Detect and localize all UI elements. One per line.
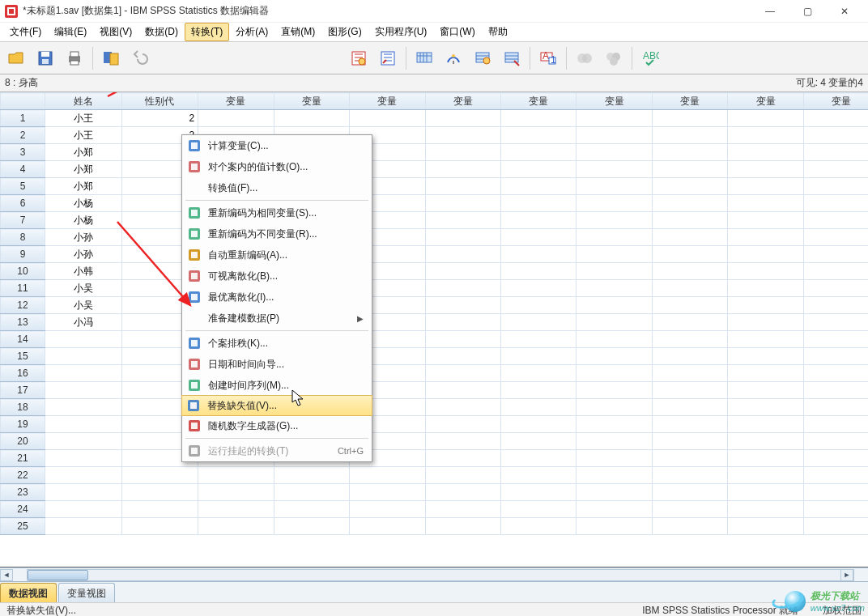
cell[interactable]: [425, 518, 500, 535]
cell[interactable]: [45, 331, 121, 348]
cell[interactable]: [728, 416, 803, 433]
data-grid[interactable]: 姓名性别代变量变量变量变量变量变量变量变量变量变量 1小王22小王23小郑14小…: [0, 92, 868, 535]
cell[interactable]: [274, 467, 349, 484]
cell[interactable]: [803, 331, 868, 348]
row-header[interactable]: 25: [1, 518, 45, 535]
cell[interactable]: [577, 399, 652, 416]
cell[interactable]: [501, 246, 577, 263]
row-header[interactable]: 11: [1, 280, 45, 297]
cell[interactable]: [728, 144, 803, 161]
menu-item[interactable]: 自动重新编码(A)...: [182, 244, 372, 266]
cell[interactable]: [350, 501, 425, 518]
row-header[interactable]: 16: [1, 365, 45, 382]
cell[interactable]: 小郑: [45, 161, 121, 178]
cell[interactable]: [728, 467, 803, 484]
cell[interactable]: [577, 382, 652, 399]
cell[interactable]: [350, 484, 425, 501]
cell[interactable]: [803, 433, 868, 450]
cell[interactable]: [652, 280, 727, 297]
cell[interactable]: [652, 110, 727, 127]
cell[interactable]: [728, 161, 803, 178]
cell[interactable]: [501, 297, 577, 314]
row-header[interactable]: 18: [1, 399, 45, 416]
cell[interactable]: 小郑: [45, 178, 121, 195]
cell[interactable]: [803, 280, 868, 297]
cell[interactable]: [803, 127, 868, 144]
open-button[interactable]: [3, 45, 29, 71]
variable-view-tab[interactable]: 变量视图: [58, 583, 115, 602]
cell[interactable]: [501, 450, 577, 467]
menu-item[interactable]: 日期和时间向导...: [182, 354, 372, 375]
cell[interactable]: [45, 399, 121, 416]
column-header[interactable]: 变量: [501, 93, 577, 110]
cell[interactable]: [577, 297, 652, 314]
cell[interactable]: [577, 518, 652, 535]
cell[interactable]: [652, 212, 727, 229]
cell[interactable]: [198, 467, 274, 484]
cell[interactable]: [425, 484, 500, 501]
menu-item[interactable]: 重新编码为不同变量(R)...: [182, 223, 372, 244]
row-header[interactable]: 15: [1, 348, 45, 365]
cell[interactable]: 小王: [45, 110, 121, 127]
cell[interactable]: 2: [121, 110, 198, 127]
cell[interactable]: [425, 110, 500, 127]
cell[interactable]: [652, 314, 727, 331]
menu-item[interactable]: 替换缺失值(V)...: [181, 395, 372, 416]
cell[interactable]: [501, 314, 577, 331]
cell[interactable]: [121, 484, 198, 501]
row-header[interactable]: 14: [1, 331, 45, 348]
row-header[interactable]: 9: [1, 246, 45, 263]
cell[interactable]: [577, 280, 652, 297]
print-button[interactable]: [62, 45, 87, 71]
column-header[interactable]: 变量: [803, 93, 868, 110]
cell[interactable]: [803, 161, 868, 178]
cell[interactable]: [45, 382, 121, 399]
row-header[interactable]: 4: [1, 161, 45, 178]
use-sets-button[interactable]: [572, 45, 598, 71]
cell[interactable]: [425, 161, 500, 178]
cell[interactable]: [425, 229, 500, 246]
row-header[interactable]: 21: [1, 450, 45, 467]
cell[interactable]: [577, 501, 652, 518]
menu-8[interactable]: 实用程序(U): [368, 23, 434, 41]
cell[interactable]: [652, 518, 727, 535]
value-labels-button[interactable]: A1: [535, 45, 561, 71]
cell[interactable]: [425, 501, 500, 518]
cell[interactable]: [803, 484, 868, 501]
cell[interactable]: [425, 314, 500, 331]
cell[interactable]: 小杨: [45, 212, 121, 229]
column-header[interactable]: 变量: [198, 93, 274, 110]
menu-0[interactable]: 文件(F): [3, 23, 48, 41]
find-button[interactable]: [411, 45, 437, 71]
cell[interactable]: [501, 161, 577, 178]
cell[interactable]: [577, 365, 652, 382]
cell[interactable]: [803, 110, 868, 127]
cell[interactable]: [577, 212, 652, 229]
menu-item[interactable]: 对个案内的值计数(O)...: [182, 156, 372, 177]
scroll-track[interactable]: [27, 569, 854, 581]
cell[interactable]: [728, 297, 803, 314]
cell[interactable]: [803, 501, 868, 518]
cell[interactable]: [652, 365, 727, 382]
cell[interactable]: [501, 467, 577, 484]
cell[interactable]: [501, 280, 577, 297]
cell[interactable]: [425, 246, 500, 263]
row-header[interactable]: 1: [1, 110, 45, 127]
cell[interactable]: [803, 178, 868, 195]
cell[interactable]: [803, 416, 868, 433]
cell[interactable]: [425, 297, 500, 314]
show-all-button[interactable]: [601, 45, 627, 71]
cell[interactable]: [803, 518, 868, 535]
cell[interactable]: [728, 314, 803, 331]
cell[interactable]: 小孙: [45, 246, 121, 263]
cell[interactable]: [803, 382, 868, 399]
menu-7[interactable]: 图形(G): [321, 23, 368, 41]
cell[interactable]: [45, 348, 121, 365]
cell[interactable]: [425, 195, 500, 212]
cell[interactable]: [501, 365, 577, 382]
menu-5[interactable]: 分析(A): [229, 23, 274, 41]
minimize-button[interactable]: —: [751, 2, 789, 20]
variables-button[interactable]: [375, 45, 401, 71]
cell[interactable]: [501, 127, 577, 144]
column-header[interactable]: 性别代: [121, 93, 198, 110]
